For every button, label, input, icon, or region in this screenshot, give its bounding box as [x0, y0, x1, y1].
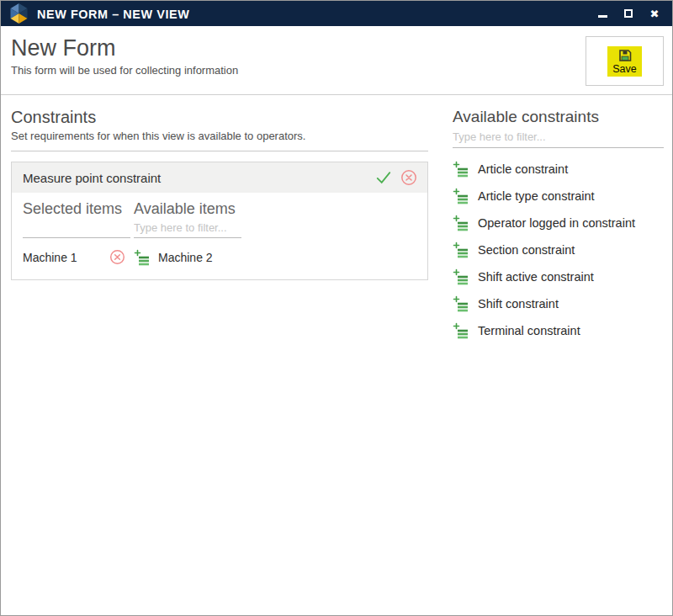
window-title: NEW FORM – NEW VIEW — [37, 7, 189, 21]
constraint-card-title: Measure point constraint — [23, 171, 161, 185]
available-items-filter-input[interactable] — [134, 220, 241, 238]
main-content: Constraints Set requirements for when th… — [1, 95, 672, 344]
available-items-column: Available items Mach — [134, 199, 419, 266]
available-constraints-filter-input[interactable] — [453, 130, 664, 148]
add-to-list-icon — [453, 188, 469, 204]
add-constraint-icon[interactable] — [453, 295, 469, 312]
add-constraint-icon[interactable] — [453, 242, 469, 258]
add-to-list-icon — [453, 242, 469, 258]
add-to-list-icon — [134, 249, 151, 266]
constraint-label: Terminal constraint — [478, 324, 580, 337]
window-controls: ✖ — [596, 8, 665, 19]
constraint-label: Shift active constraint — [478, 270, 594, 284]
constraints-section: Constraints Set requirements for when th… — [11, 107, 428, 344]
available-constraint-item[interactable]: Article constraint — [453, 156, 664, 183]
selected-item-row: Machine 1 — [23, 249, 134, 265]
add-to-list-icon — [453, 295, 469, 312]
constraint-card-header: Measure point constraint — [12, 162, 427, 193]
toolbar: Save — [586, 36, 664, 86]
available-constraint-item[interactable]: Shift active constraint — [453, 263, 664, 290]
app-window: NEW FORM – NEW VIEW ✖ New Form This form… — [0, 0, 673, 616]
confirm-constraint-button[interactable] — [374, 169, 393, 186]
measure-point-constraint-card: Measure point constraint — [11, 162, 428, 280]
add-to-list-icon — [453, 268, 469, 285]
selected-item-label: Machine 1 — [23, 251, 77, 264]
available-constraint-item[interactable]: Terminal constraint — [453, 317, 664, 344]
save-button-label: Save — [612, 63, 637, 75]
add-constraint-icon[interactable] — [453, 188, 469, 204]
remove-constraint-button[interactable] — [400, 169, 417, 186]
constraint-card-body: Selected items Machine 1 — [12, 193, 427, 279]
page-subtitle: This form will be used for collecting in… — [11, 64, 672, 77]
close-icon: ✖ — [650, 8, 660, 19]
minimize-button[interactable] — [596, 8, 608, 19]
titlebar: NEW FORM – NEW VIEW ✖ — [1, 1, 672, 26]
page-title: New Form — [11, 35, 672, 61]
save-icon — [618, 49, 632, 62]
circle-x-icon — [400, 169, 417, 186]
available-constraint-item[interactable]: Shift constraint — [453, 290, 664, 317]
available-item-row[interactable]: Machine 2 — [134, 249, 419, 266]
close-button[interactable]: ✖ — [649, 8, 660, 19]
check-icon — [374, 169, 393, 186]
add-to-list-icon — [453, 322, 469, 339]
selected-items-filter-input[interactable] — [23, 220, 130, 238]
constraint-label: Operator logged in constraint — [478, 216, 635, 230]
add-constraint-icon[interactable] — [453, 322, 469, 339]
constraint-label: Shift constraint — [478, 297, 559, 311]
circle-x-icon — [109, 249, 125, 265]
available-constraint-item[interactable]: Section constraint — [453, 236, 664, 263]
constraint-label: Article type constraint — [478, 189, 595, 203]
available-constraints-list: Article constraint Article type c — [453, 156, 664, 344]
app-logo-cube-icon — [8, 3, 29, 24]
maximize-icon — [624, 9, 633, 18]
constraints-subtitle: Set requirements for when this view is a… — [11, 130, 428, 151]
add-constraint-icon[interactable] — [453, 215, 469, 231]
available-item-label: Machine 2 — [158, 251, 213, 264]
selected-items-column: Selected items Machine 1 — [23, 199, 134, 266]
available-constraint-item[interactable]: Article type constraint — [453, 183, 664, 210]
selected-items-title: Selected items — [23, 199, 134, 219]
constraint-label: Article constraint — [478, 162, 568, 176]
add-to-list-icon — [453, 161, 469, 178]
available-items-title: Available items — [134, 199, 419, 219]
available-constraint-item[interactable]: Operator logged in constraint — [453, 210, 664, 236]
remove-item-button[interactable] — [109, 249, 125, 265]
save-button[interactable]: Save — [607, 46, 642, 77]
add-item-button[interactable] — [134, 249, 151, 266]
add-constraint-icon[interactable] — [453, 268, 469, 285]
minimize-icon — [598, 15, 607, 18]
add-constraint-icon[interactable] — [453, 161, 469, 178]
add-to-list-icon — [453, 215, 469, 231]
available-constraints-section: Available constraints — [453, 107, 664, 344]
constraints-title: Constraints — [11, 107, 428, 128]
constraint-label: Section constraint — [478, 243, 575, 257]
form-header: New Form This form will be used for coll… — [1, 26, 672, 95]
maximize-button[interactable] — [623, 8, 634, 19]
available-constraints-title: Available constraints — [453, 107, 664, 127]
